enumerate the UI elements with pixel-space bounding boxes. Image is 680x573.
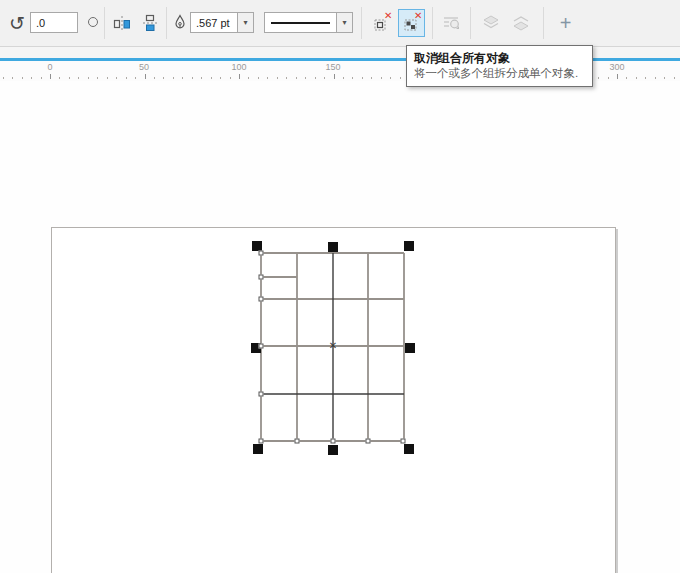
separator: [104, 7, 105, 39]
ruler-tick: [145, 74, 146, 79]
ruler-tick: [636, 77, 637, 79]
ruler-tick: [154, 77, 155, 79]
ruler-tick: [97, 77, 98, 79]
wrap-paragraph-text-button: [437, 9, 464, 37]
ruler-tick: [400, 77, 401, 79]
layers-front-icon: [481, 14, 499, 32]
customize-toolbar-button[interactable]: +: [552, 9, 579, 37]
ruler-label: 50: [139, 62, 149, 72]
plus-icon: +: [560, 12, 572, 35]
ruler-label: 150: [325, 62, 340, 72]
ruler-tick: [41, 77, 42, 79]
rotation-angle-icon: ↺: [6, 13, 28, 33]
ruler-tick: [230, 77, 231, 79]
outline-pen-icon: [171, 13, 189, 33]
ruler-tick: [626, 77, 627, 79]
mirror-vertical-button[interactable]: [136, 9, 163, 37]
ruler-tick: [12, 77, 13, 79]
app-window: ↺: [0, 0, 680, 573]
degrees-indicator-icon: [88, 17, 98, 27]
ruler-tick: [305, 77, 306, 79]
wrap-text-icon: [442, 14, 460, 32]
order-to-back-button: [506, 9, 533, 37]
layers-back-icon: [511, 14, 529, 32]
line-style-dropdown-button[interactable]: ▾: [336, 12, 353, 33]
ruler-tick: [3, 77, 4, 79]
tooltip-body: 将一个或多个组拆分成单个对象.: [414, 66, 585, 81]
ruler-tick: [390, 77, 391, 79]
red-x-mark: ✕: [384, 11, 392, 21]
separator: [166, 7, 167, 39]
ruler-tick: [664, 77, 665, 79]
ruler-tick: [135, 77, 136, 79]
ruler-label: 100: [231, 62, 246, 72]
chevron-down-icon: ▾: [243, 18, 247, 27]
ruler-tick: [315, 77, 316, 79]
separator: [470, 7, 471, 39]
ruler-label: 0: [47, 62, 52, 72]
ruler-tick: [173, 77, 174, 79]
ruler-label: 300: [609, 62, 624, 72]
ruler-tick: [258, 77, 259, 79]
ruler-tick: [192, 77, 193, 79]
ruler-tick: [286, 77, 287, 79]
mirror-horizontal-icon: [113, 14, 131, 32]
order-to-front-button: [476, 9, 503, 37]
ruler-tick: [381, 77, 382, 79]
ruler-tick: [362, 77, 363, 79]
ruler-tick: [608, 77, 609, 79]
chevron-down-icon: ▾: [342, 18, 346, 27]
ruler-tick: [88, 77, 89, 79]
ruler-tick: [655, 77, 656, 79]
ruler-tick: [324, 77, 325, 79]
ruler-tick: [50, 74, 51, 79]
ruler-tick: [201, 77, 202, 79]
ruler-tick: [674, 77, 675, 79]
outline-width-dropdown-button[interactable]: ▾: [237, 12, 254, 33]
ruler-tick: [598, 77, 599, 79]
outline-width-input[interactable]: [190, 12, 238, 33]
ruler-tick: [220, 77, 221, 79]
separator: [361, 7, 362, 39]
ruler-tick: [371, 77, 372, 79]
ruler-tick: [78, 77, 79, 79]
ruler-tick: [211, 77, 212, 79]
line-style-selector[interactable]: [264, 12, 337, 33]
ruler-tick: [126, 77, 127, 79]
separator: [432, 7, 433, 39]
ruler-tick: [277, 77, 278, 79]
tooltip: 取消组合所有对象 将一个或多个组拆分成单个对象.: [406, 45, 593, 87]
ungroup-objects-icon: ✕: [373, 14, 391, 32]
rotate-glyph: ↺: [9, 14, 25, 33]
red-x-mark: ✕: [414, 11, 422, 21]
ruler-tick: [645, 77, 646, 79]
mirror-vertical-icon: [141, 14, 159, 32]
ruler-tick: [22, 77, 23, 79]
ruler-tick: [248, 77, 249, 79]
drawing-page[interactable]: [51, 227, 616, 573]
ruler-tick: [31, 77, 32, 79]
mirror-horizontal-button[interactable]: [108, 9, 135, 37]
ruler-tick: [267, 77, 268, 79]
ruler-tick: [617, 74, 618, 79]
ungroup-all-objects-button[interactable]: ✕: [398, 9, 425, 37]
ruler-tick: [107, 77, 108, 79]
ruler-tick: [239, 74, 240, 79]
ruler-tick: [334, 74, 335, 79]
solid-line-preview: [271, 22, 330, 24]
property-bar: ↺: [0, 0, 680, 47]
separator: [543, 7, 544, 39]
rotation-angle-input[interactable]: [30, 12, 78, 33]
tooltip-title: 取消组合所有对象: [414, 50, 585, 66]
ungroup-all-objects-icon: ✕: [403, 14, 421, 32]
ruler-tick: [182, 77, 183, 79]
ruler-tick: [69, 77, 70, 79]
ruler-tick: [59, 77, 60, 79]
document-viewport[interactable]: [0, 81, 680, 573]
ungroup-objects-button[interactable]: ✕: [368, 9, 395, 37]
ruler-tick: [352, 77, 353, 79]
ruler-tick: [296, 77, 297, 79]
ruler-tick: [163, 77, 164, 79]
ruler-tick: [343, 77, 344, 79]
ruler-tick: [116, 77, 117, 79]
